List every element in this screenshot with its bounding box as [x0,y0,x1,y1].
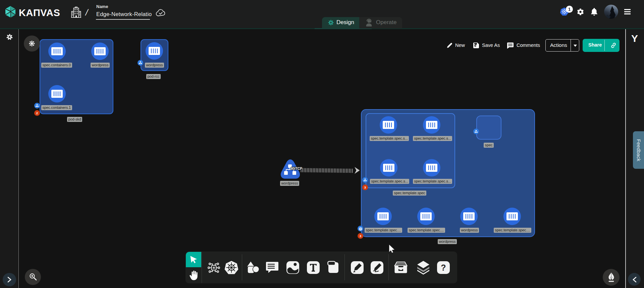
svg-text:80/TCP: 80/TCP [291,167,302,170]
svg-text:?: ? [441,263,446,272]
